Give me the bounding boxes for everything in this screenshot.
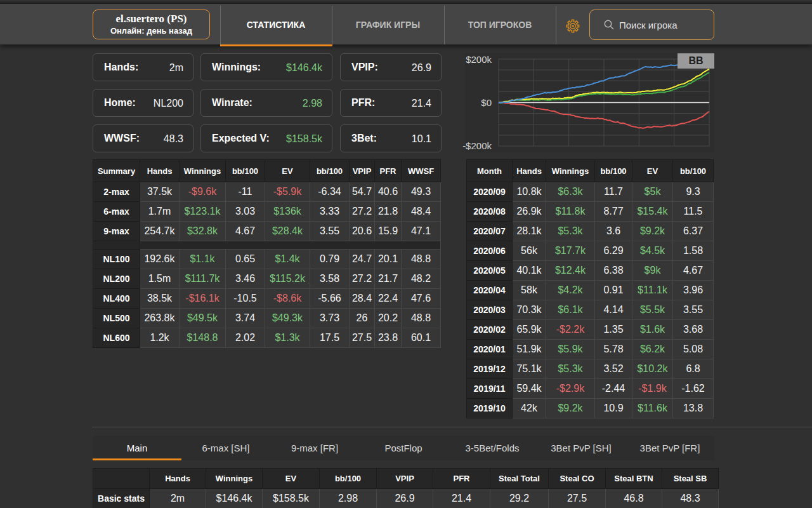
svg-text:-$200k: -$200k bbox=[462, 140, 492, 151]
svg-text:$200k: $200k bbox=[466, 54, 492, 65]
svg-text:$0: $0 bbox=[481, 97, 492, 108]
